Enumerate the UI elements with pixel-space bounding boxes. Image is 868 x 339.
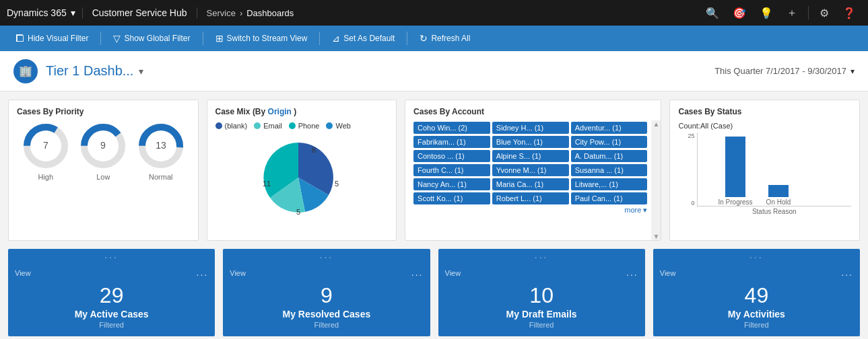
legend-dot-phone <box>289 122 296 129</box>
tile-ellipsis-1: ··· <box>223 249 430 265</box>
tile-subtitle-2: Filtered <box>529 321 554 329</box>
y-tick-25: 25 <box>688 133 694 139</box>
help-button[interactable]: ❓ <box>837 4 861 22</box>
account-more-button[interactable]: more ▾ <box>413 206 647 215</box>
set-default-label: Set As Default <box>343 34 395 43</box>
set-default-button[interactable]: ⊿ Set As Default <box>325 30 401 46</box>
filter-icon: ⧠ <box>15 33 24 44</box>
tile-body-3: 49 My Activities Filtered <box>653 284 860 336</box>
tasks-button[interactable]: 🎯 <box>727 4 752 22</box>
case-mix-legend: (blank) Email Phone Web <box>215 122 389 130</box>
scroll-down-arrow[interactable]: ▼ <box>653 233 660 240</box>
nav-divider <box>808 6 809 20</box>
tile-view-label-2[interactable]: View <box>445 269 461 280</box>
on-hold-label: On Hold <box>766 198 791 206</box>
account-tag[interactable]: Scott Ko... (1) <box>413 192 490 204</box>
dashboard-date-range: This Quarter 7/1/2017 - 9/30/2017 ▾ <box>714 66 855 76</box>
app-name-label[interactable]: Customer Service Hub <box>83 7 197 18</box>
scroll-up-arrow[interactable]: ▲ <box>653 120 660 128</box>
tile-name-0: My Active Cases <box>75 309 149 319</box>
svg-text:11: 11 <box>263 180 271 188</box>
y-tick-0: 0 <box>691 200 694 206</box>
cases-by-account-title: Cases By Account <box>413 107 647 116</box>
settings-button[interactable]: ⚙ <box>814 4 834 22</box>
hide-visual-filter-button[interactable]: ⧠ Hide Visual Filter <box>8 30 95 46</box>
tile-options-0[interactable]: ··· <box>197 269 209 280</box>
notifications-button[interactable]: 💡 <box>754 4 778 22</box>
search-button[interactable]: 🔍 <box>700 4 725 22</box>
hide-visual-filter-label: Hide Visual Filter <box>28 34 88 43</box>
tile-top-3: View ··· <box>653 265 860 284</box>
tile-view-label-1[interactable]: View <box>230 269 246 280</box>
show-global-filter-label: Show Global Filter <box>124 34 190 43</box>
refresh-all-button[interactable]: ↻ Refresh All <box>413 30 477 46</box>
dashboard-title-chevron[interactable]: ▾ <box>139 66 143 77</box>
dashboard-header: 🏢 Tier 1 Dashb... ▾ This Quarter 7/1/201… <box>0 51 868 91</box>
global-filter-icon: ▽ <box>113 33 121 44</box>
tile-options-1[interactable]: ··· <box>411 269 424 280</box>
account-tag[interactable]: Adventur... (1) <box>571 122 648 134</box>
status-bar-chart: In Progress On Hold <box>697 133 851 206</box>
low-donut-svg: 9 <box>79 122 127 170</box>
priority-charts-container: 7 High 9 Low <box>17 122 190 181</box>
in-progress-label: In Progress <box>718 198 752 206</box>
switch-stream-label: Switch to Stream View <box>227 34 308 43</box>
normal-priority-donut: 13 Normal <box>137 122 185 181</box>
account-tag[interactable]: City Pow... (1) <box>571 136 648 148</box>
tile-1: ··· View ··· 9 My Resolved Cases Filtere… <box>223 249 430 336</box>
breadcrumb-service[interactable]: Service <box>207 8 236 18</box>
tile-top-1: View ··· <box>223 265 430 284</box>
dynamics-brand[interactable]: Dynamics 365 ▾ <box>7 7 83 18</box>
svg-text:7: 7 <box>43 140 48 151</box>
tile-options-2[interactable]: ··· <box>626 269 638 280</box>
low-priority-donut: 9 Low <box>79 122 127 181</box>
switch-stream-button[interactable]: ⊞ Switch to Stream View <box>209 30 314 46</box>
account-tag[interactable]: Litware,... (1) <box>571 178 648 190</box>
account-tag[interactable]: A. Datum... (1) <box>571 150 648 162</box>
case-mix-title: Case Mix (By Origin ) <box>215 107 389 116</box>
cases-by-status-panel: Cases By Status Count:All (Case) 25 0 In… <box>669 100 860 241</box>
case-mix-panel: Case Mix (By Origin ) (blank) Email Phon… <box>207 100 397 241</box>
date-range-chevron[interactable]: ▾ <box>850 67 855 76</box>
high-donut-svg: 7 <box>22 122 70 170</box>
account-tag[interactable]: Fabrikam... (1) <box>413 136 490 148</box>
account-tag[interactable]: Contoso ... (1) <box>413 150 490 162</box>
tile-options-3[interactable]: ··· <box>841 269 853 280</box>
legend-label-web: Web <box>335 122 350 130</box>
normal-donut-svg: 13 <box>137 122 185 170</box>
tile-subtitle-1: Filtered <box>314 321 339 329</box>
toolbar-separator-4 <box>407 32 407 45</box>
svg-text:9: 9 <box>100 140 106 151</box>
tile-view-label-0[interactable]: View <box>15 269 31 280</box>
account-tag[interactable]: Robert L... (1) <box>492 192 569 204</box>
show-global-filter-button[interactable]: ▽ Show Global Filter <box>106 30 197 46</box>
tile-name-2: My Draft Emails <box>506 309 577 319</box>
account-tag[interactable]: Nancy An... (1) <box>413 178 490 190</box>
dashboard-toolbar: ⧠ Hide Visual Filter ▽ Show Global Filte… <box>0 26 868 51</box>
tile-view-label-3[interactable]: View <box>660 269 676 280</box>
account-tag[interactable]: Blue Yon... (1) <box>492 136 569 148</box>
svg-text:5: 5 <box>296 208 300 216</box>
account-tag[interactable]: Sidney H... (1) <box>492 122 569 134</box>
legend-label-email: Email <box>263 122 282 130</box>
account-tag[interactable]: Susanna ... (1) <box>571 164 648 176</box>
account-tag[interactable]: Alpine S... (1) <box>492 150 569 162</box>
account-scrollbar[interactable]: ▲ ▼ <box>651 120 661 240</box>
account-tag[interactable]: Yvonne M... (1) <box>492 164 569 176</box>
tile-body-2: 10 My Draft Emails Filtered <box>438 284 645 336</box>
tile-name-3: My Activities <box>728 309 785 319</box>
account-tag[interactable]: Coho Win... (2) <box>413 122 490 134</box>
legend-email: Email <box>254 122 282 130</box>
add-button[interactable]: ＋ <box>781 3 803 23</box>
cases-by-status-title: Cases By Status <box>678 107 851 116</box>
account-tag[interactable]: Paul Can... (1) <box>571 192 648 204</box>
account-tag[interactable]: Fourth C... (1) <box>413 164 490 176</box>
toolbar-separator-1 <box>100 32 101 45</box>
legend-phone: Phone <box>289 122 320 130</box>
account-tag[interactable]: Maria Ca... (1) <box>492 178 569 190</box>
high-label: High <box>38 173 53 181</box>
svg-text:5: 5 <box>335 180 339 188</box>
top-panels-row: Cases By Priority 7 High 9 <box>8 100 860 241</box>
main-content: Cases By Priority 7 High 9 <box>0 91 868 339</box>
top-navigation: Dynamics 365 ▾ Customer Service Hub Serv… <box>0 0 868 26</box>
